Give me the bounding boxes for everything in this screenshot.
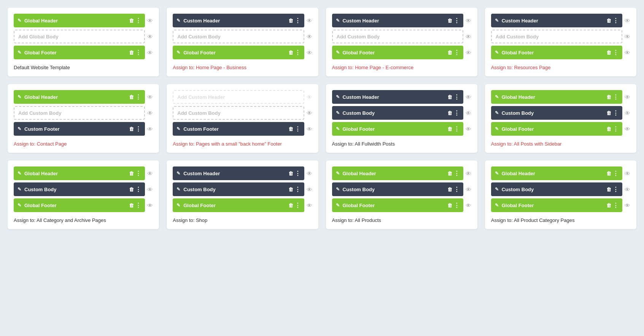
more-icon-all-fullwidth-posts-2[interactable]: ⋮ [454, 125, 460, 132]
bar-default-website-template-2[interactable]: ✎Global Footer🗑⋮ [14, 46, 145, 59]
bar-resources-page-0[interactable]: ✎Custom Header🗑⋮ [491, 14, 622, 27]
pencil-icon-resources-page-2[interactable]: ✎ [495, 50, 499, 55]
eye-icon-pages-back-home-footer-2[interactable]: 👁 [307, 126, 312, 132]
more-icon-all-posts-sidebar-0[interactable]: ⋮ [613, 94, 619, 100]
trash-icon-shop-1[interactable]: 🗑 [288, 187, 293, 192]
more-icon-all-posts-sidebar-1[interactable]: ⋮ [613, 109, 619, 116]
eye-icon-default-website-template-1[interactable]: 👁 [147, 33, 153, 40]
trash-icon-home-page-business-2[interactable]: 🗑 [288, 50, 293, 55]
trash-icon-all-product-category-pages-2[interactable]: 🗑 [606, 203, 611, 208]
eye-icon-all-products-2[interactable]: 👁 [466, 202, 471, 209]
pencil-icon-shop-0[interactable]: ✎ [177, 171, 180, 176]
eye-icon-all-product-category-pages-2[interactable]: 👁 [625, 202, 630, 209]
bar-pages-back-home-footer-0[interactable]: Add Custom Header [173, 90, 304, 104]
more-icon-all-fullwidth-posts-1[interactable]: ⋮ [454, 109, 460, 116]
trash-icon-default-website-template-2[interactable]: 🗑 [129, 50, 134, 55]
eye-icon-resources-page-2[interactable]: 👁 [625, 49, 630, 56]
bar-all-product-category-pages-2[interactable]: ✎Global Footer🗑⋮ [491, 198, 622, 212]
more-icon-pages-back-home-footer-2[interactable]: ⋮ [295, 125, 301, 132]
eye-icon-home-page-business-2[interactable]: 👁 [307, 49, 312, 56]
eye-icon-contact-page-0[interactable]: 👁 [147, 94, 153, 100]
trash-icon-pages-back-home-footer-2[interactable]: 🗑 [288, 126, 293, 132]
pencil-icon-all-products-2[interactable]: ✎ [336, 203, 340, 208]
pencil-icon-home-page-ecommerce-2[interactable]: ✎ [336, 50, 340, 55]
eye-icon-all-fullwidth-posts-1[interactable]: 👁 [466, 110, 471, 116]
bar-shop-2[interactable]: ✎Global Footer🗑⋮ [173, 198, 304, 212]
trash-icon-home-page-ecommerce-0[interactable]: 🗑 [447, 18, 452, 24]
bar-all-product-category-pages-1[interactable]: ✎Custom Body🗑⋮ [491, 182, 622, 196]
pencil-icon-all-product-category-pages-1[interactable]: ✎ [495, 187, 499, 192]
pencil-icon-all-posts-sidebar-2[interactable]: ✎ [495, 126, 499, 132]
bar-all-products-0[interactable]: ✎Global Header🗑⋮ [332, 166, 463, 180]
eye-icon-default-website-template-2[interactable]: 👁 [147, 49, 153, 56]
bar-shop-1[interactable]: ✎Custom Body🗑⋮ [173, 182, 304, 196]
more-icon-all-product-category-pages-1[interactable]: ⋮ [613, 186, 619, 193]
trash-icon-category-archive-pages-2[interactable]: 🗑 [129, 203, 134, 208]
bar-home-page-ecommerce-1[interactable]: Add Custom Body [332, 30, 463, 43]
bar-default-website-template-0[interactable]: ✎Global Header🗑⋮ [14, 14, 145, 27]
bar-category-archive-pages-2[interactable]: ✎Global Footer🗑⋮ [14, 198, 145, 212]
bar-home-page-ecommerce-0[interactable]: ✎Custom Header🗑⋮ [332, 14, 463, 27]
eye-icon-all-fullwidth-posts-2[interactable]: 👁 [466, 126, 471, 132]
pencil-icon-home-page-business-2[interactable]: ✎ [177, 50, 180, 55]
trash-icon-category-archive-pages-0[interactable]: 🗑 [129, 171, 134, 176]
trash-icon-all-posts-sidebar-1[interactable]: 🗑 [606, 110, 611, 116]
pencil-icon-category-archive-pages-2[interactable]: ✎ [17, 203, 21, 208]
more-icon-all-product-category-pages-2[interactable]: ⋮ [613, 202, 619, 209]
bar-pages-back-home-footer-2[interactable]: ✎Custom Footer🗑⋮ [173, 122, 304, 136]
eye-icon-all-product-category-pages-0[interactable]: 👁 [625, 170, 630, 177]
trash-icon-all-products-0[interactable]: 🗑 [447, 171, 452, 176]
more-icon-contact-page-0[interactable]: ⋮ [135, 94, 141, 100]
trash-icon-contact-page-0[interactable]: 🗑 [129, 94, 134, 100]
pencil-icon-home-page-ecommerce-0[interactable]: ✎ [336, 18, 340, 23]
bar-all-fullwidth-posts-0[interactable]: ✎Custom Header🗑⋮ [332, 90, 463, 104]
eye-icon-home-page-ecommerce-0[interactable]: 👁 [466, 17, 471, 24]
more-icon-shop-2[interactable]: ⋮ [295, 202, 301, 209]
trash-icon-resources-page-0[interactable]: 🗑 [606, 18, 611, 24]
more-icon-all-products-1[interactable]: ⋮ [454, 186, 460, 193]
eye-icon-contact-page-2[interactable]: 👁 [147, 126, 153, 132]
more-icon-category-archive-pages-1[interactable]: ⋮ [135, 186, 141, 193]
bar-home-page-business-0[interactable]: ✎Custom Header🗑⋮ [173, 14, 304, 27]
pencil-icon-pages-back-home-footer-2[interactable]: ✎ [177, 126, 180, 132]
bar-resources-page-1[interactable]: Add Custom Body [491, 30, 622, 43]
eye-icon-shop-2[interactable]: 👁 [307, 202, 312, 209]
eye-icon-category-archive-pages-1[interactable]: 👁 [147, 186, 153, 193]
trash-icon-all-posts-sidebar-0[interactable]: 🗑 [606, 94, 611, 100]
eye-icon-all-products-1[interactable]: 👁 [466, 186, 471, 193]
pencil-icon-all-fullwidth-posts-1[interactable]: ✎ [336, 110, 340, 116]
trash-icon-all-products-1[interactable]: 🗑 [447, 187, 452, 192]
more-icon-all-fullwidth-posts-0[interactable]: ⋮ [454, 94, 460, 100]
pencil-icon-category-archive-pages-1[interactable]: ✎ [17, 187, 21, 192]
pencil-icon-all-fullwidth-posts-2[interactable]: ✎ [336, 126, 340, 132]
bar-all-posts-sidebar-2[interactable]: ✎Global Footer🗑⋮ [491, 122, 622, 136]
more-icon-all-posts-sidebar-2[interactable]: ⋮ [613, 125, 619, 132]
eye-icon-default-website-template-0[interactable]: 👁 [147, 17, 153, 24]
more-icon-category-archive-pages-2[interactable]: ⋮ [135, 202, 141, 209]
bar-all-products-2[interactable]: ✎Global Footer🗑⋮ [332, 198, 463, 212]
eye-icon-category-archive-pages-0[interactable]: 👁 [147, 170, 153, 177]
bar-contact-page-2[interactable]: ✎Custom Footer🗑⋮ [14, 122, 145, 136]
bar-default-website-template-1[interactable]: Add Global Body [14, 30, 145, 43]
pencil-icon-all-posts-sidebar-1[interactable]: ✎ [495, 110, 499, 116]
eye-icon-pages-back-home-footer-0[interactable]: 👁 [307, 94, 312, 100]
eye-icon-home-page-business-1[interactable]: 👁 [307, 33, 312, 40]
bar-category-archive-pages-1[interactable]: ✎Custom Body🗑⋮ [14, 182, 145, 196]
more-icon-all-product-category-pages-0[interactable]: ⋮ [613, 170, 619, 177]
trash-icon-contact-page-2[interactable]: 🗑 [129, 126, 134, 132]
trash-icon-home-page-ecommerce-2[interactable]: 🗑 [447, 50, 452, 55]
pencil-icon-contact-page-0[interactable]: ✎ [17, 94, 21, 100]
bar-contact-page-0[interactable]: ✎Global Header🗑⋮ [14, 90, 145, 104]
more-icon-home-page-business-2[interactable]: ⋮ [295, 49, 301, 56]
eye-icon-resources-page-0[interactable]: 👁 [625, 17, 630, 24]
bar-home-page-business-1[interactable]: Add Custom Body [173, 30, 304, 43]
eye-icon-home-page-business-0[interactable]: 👁 [307, 17, 312, 24]
pencil-icon-default-website-template-0[interactable]: ✎ [17, 18, 21, 23]
more-icon-shop-0[interactable]: ⋮ [295, 170, 301, 177]
bar-contact-page-1[interactable]: Add Custom Body [14, 106, 145, 120]
eye-icon-shop-1[interactable]: 👁 [307, 186, 312, 193]
pencil-icon-default-website-template-2[interactable]: ✎ [17, 50, 21, 55]
trash-icon-all-posts-sidebar-2[interactable]: 🗑 [606, 126, 611, 132]
trash-icon-resources-page-2[interactable]: 🗑 [606, 50, 611, 55]
card-caption-contact-page[interactable]: Assign to: Contact Page [14, 141, 153, 147]
